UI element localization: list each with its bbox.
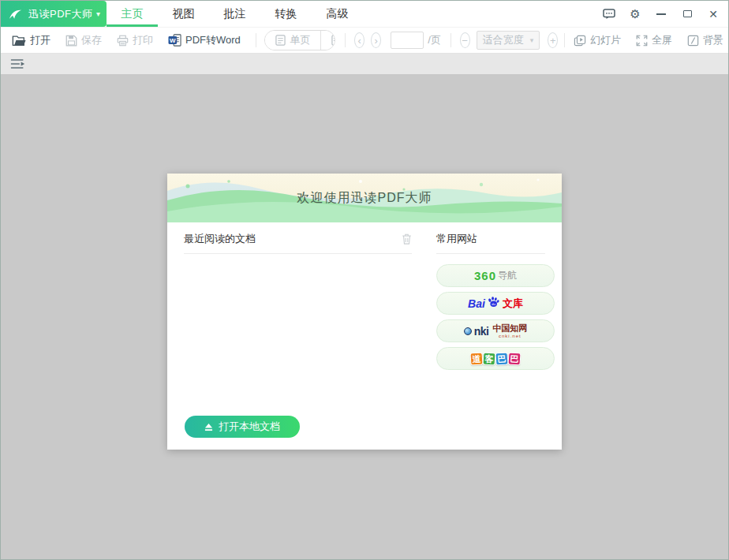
select-caret-icon: ▾ bbox=[530, 36, 534, 44]
ribbon-tabs: 主页 视图 批注 转换 高级 bbox=[107, 1, 363, 27]
prev-page-button[interactable]: ‹ bbox=[354, 32, 364, 48]
tab-convert[interactable]: 转换 bbox=[260, 1, 312, 27]
recent-documents-section: 最近阅读的文档 bbox=[184, 232, 412, 254]
tab-view[interactable]: 视图 bbox=[158, 1, 209, 27]
plus-icon: + bbox=[550, 35, 556, 46]
baidu-logo-text: Bai bbox=[468, 297, 485, 310]
app-menu-caret-icon: ▾ bbox=[96, 9, 100, 18]
toolbar-separator bbox=[450, 33, 451, 47]
background-button[interactable]: 背景 bbox=[687, 33, 723, 47]
save-button[interactable]: 保存 bbox=[65, 33, 102, 47]
doc88-tile: 巴 bbox=[495, 352, 508, 365]
app-window: 迅读PDF大师 ▾ 主页 视图 批注 转换 高级 ⚙ ✕ bbox=[0, 0, 729, 560]
double-page-button[interactable]: 双页 bbox=[320, 31, 335, 50]
site-button-360[interactable]: 360 导航 bbox=[436, 264, 555, 287]
zoom-out-button[interactable]: − bbox=[460, 32, 470, 48]
sidebar-toggle-icon[interactable] bbox=[10, 58, 26, 69]
close-icon: ✕ bbox=[708, 8, 718, 21]
chevron-right-icon: › bbox=[375, 35, 378, 46]
recent-documents-title: 最近阅读的文档 bbox=[184, 232, 256, 246]
slideshow-icon bbox=[574, 35, 586, 47]
feedback-icon bbox=[603, 9, 615, 20]
chevron-left-icon: ‹ bbox=[357, 35, 361, 46]
double-page-icon bbox=[331, 35, 335, 46]
page-number-input[interactable] bbox=[391, 32, 424, 49]
welcome-card: 欢迎使用迅读PDF大师 最近阅读的文档 bbox=[167, 174, 562, 450]
welcome-title: 欢迎使用迅读PDF大师 bbox=[167, 190, 562, 207]
next-page-button[interactable]: › bbox=[371, 32, 381, 48]
document-canvas: 欢迎使用迅读PDF大师 最近阅读的文档 bbox=[1, 74, 728, 559]
site-button-baidu-wenku[interactable]: Bai du 文库 bbox=[436, 292, 555, 315]
gear-icon: ⚙ bbox=[630, 7, 640, 21]
minimize-icon bbox=[656, 13, 666, 15]
page-layout-segmented: 单页 双页 bbox=[264, 30, 335, 50]
settings-button[interactable]: ⚙ bbox=[625, 4, 645, 24]
doc88-tile: 巴 bbox=[507, 352, 521, 365]
window-controls: ⚙ ✕ bbox=[599, 1, 723, 27]
toolbar-separator bbox=[564, 33, 565, 47]
open-local-document-button[interactable]: 打开本地文档 bbox=[185, 416, 300, 438]
minimize-button[interactable] bbox=[651, 4, 671, 24]
clear-recent-trash-icon[interactable] bbox=[402, 233, 412, 245]
app-menu-button[interactable]: 迅读PDF大师 ▾ bbox=[1, 1, 107, 27]
close-button[interactable]: ✕ bbox=[703, 4, 723, 24]
slideshow-button[interactable]: 幻灯片 bbox=[574, 33, 621, 47]
single-page-icon bbox=[275, 35, 286, 46]
site-button-cnki[interactable]: nki 中国知网 cnki.net bbox=[436, 319, 555, 342]
svg-text:du: du bbox=[492, 302, 495, 306]
svg-text:W: W bbox=[170, 37, 176, 44]
common-sites-section: 常用网站 360 导航 Bai bbox=[436, 232, 555, 370]
common-sites-title: 常用网站 bbox=[436, 232, 477, 246]
zoom-in-button[interactable]: + bbox=[548, 32, 558, 48]
tab-home[interactable]: 主页 bbox=[107, 1, 158, 27]
site-360-logo-text: 360 bbox=[474, 269, 496, 282]
tab-advanced[interactable]: 高级 bbox=[312, 1, 363, 27]
app-title: 迅读PDF大师 bbox=[28, 7, 95, 21]
welcome-card-header: 欢迎使用迅读PDF大师 bbox=[167, 174, 562, 222]
doc88-tile: 客 bbox=[482, 352, 495, 365]
baidu-paw-icon: du bbox=[488, 297, 499, 308]
cnki-logo-text: nki bbox=[474, 325, 489, 338]
eject-icon bbox=[204, 423, 213, 431]
tab-annotate[interactable]: 批注 bbox=[209, 1, 260, 27]
toolbar-separator bbox=[345, 33, 346, 47]
site-list: 360 导航 Bai du bbox=[436, 264, 555, 370]
toolbar: 打开 保存 打印 W P bbox=[1, 27, 728, 54]
print-button[interactable]: 打印 bbox=[117, 33, 153, 47]
page-unit-label: /页 bbox=[428, 33, 441, 47]
cnki-globe-icon bbox=[464, 327, 472, 335]
background-icon bbox=[687, 35, 699, 47]
folder-open-icon bbox=[12, 35, 26, 47]
welcome-card-body: 最近阅读的文档 常用网站 bbox=[167, 222, 562, 450]
feedback-button[interactable] bbox=[599, 4, 619, 24]
save-icon bbox=[65, 35, 77, 47]
minus-icon: − bbox=[462, 35, 468, 46]
fullscreen-button[interactable]: 全屏 bbox=[636, 33, 672, 47]
app-logo-icon bbox=[9, 8, 23, 21]
panel-strip bbox=[1, 54, 728, 74]
printer-icon bbox=[117, 35, 129, 47]
zoom-mode-select[interactable]: 适合宽度 ▾ bbox=[477, 31, 540, 50]
maximize-button[interactable] bbox=[677, 4, 697, 24]
word-doc-icon: W bbox=[168, 34, 181, 47]
site-button-doc88[interactable]: 道 客 巴 巴 bbox=[436, 347, 555, 370]
open-button[interactable]: 打开 bbox=[12, 33, 50, 47]
doc88-tile: 道 bbox=[469, 352, 483, 365]
pdf-to-word-button[interactable]: W PDF转Word bbox=[168, 33, 241, 47]
fullscreen-icon bbox=[636, 35, 648, 47]
maximize-icon bbox=[683, 10, 692, 17]
single-page-button[interactable]: 单页 bbox=[265, 31, 320, 50]
toolbar-separator bbox=[256, 33, 256, 47]
titlebar: 迅读PDF大师 ▾ 主页 视图 批注 转换 高级 ⚙ ✕ bbox=[1, 1, 728, 27]
